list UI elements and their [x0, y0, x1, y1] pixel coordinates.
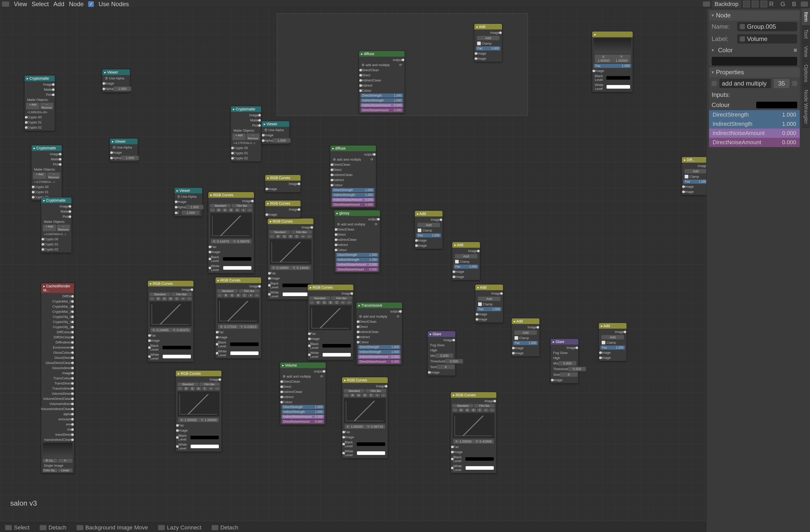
channel-alpha-icon[interactable] [761, 1, 767, 7]
slot-DirectStrength[interactable]: DirectStrength1.000 [360, 94, 403, 98]
node-render[interactable]: ▸ CachedRender M...DiffDirCryptoMat_0Cry… [41, 283, 74, 473]
node-crypt1[interactable]: ▸ CryptomatteImageMattePickMatte Objects… [25, 75, 55, 131]
node-view1[interactable]: ▸ Viewer⦿ Use AlphaImageAlpha1.000 [102, 69, 130, 93]
slot-IndirectNoiseAmount[interactable]: IndirectNoiseAmount0.000 [358, 355, 401, 359]
slot-DirectStrength[interactable]: DirectStrength1.000 [358, 345, 401, 349]
use-nodes-checkbox[interactable]: ✓ [88, 1, 94, 7]
node-diff1[interactable]: ▸ diffuseoutput⚙ add and multiply⟳Direct… [330, 145, 376, 208]
group-datablock[interactable]: ⚙ add and multiply⟳ [281, 374, 324, 379]
panel-color-header[interactable]: Color≡ [709, 45, 800, 55]
slot-IndirectStrength[interactable]: IndirectStrength1.000 [358, 350, 401, 354]
tab-tool[interactable]: Tool [802, 26, 810, 43]
node-view3[interactable]: ▸ Viewer⦿ Use AlphaImageAlpha1.000 [110, 138, 138, 162]
node-cw[interactable]: ▸ X: 1.00000Y: 1.00000Fac1.000ImageBlack… [592, 31, 633, 92]
group-datablock[interactable]: ⚙ add and multiply⟳ [358, 314, 401, 319]
menu-add[interactable]: Add [53, 1, 64, 8]
node-glare2[interactable]: ▸ GlareImageFog GlowHighMix0.000Threshol… [550, 338, 579, 383]
crypto-buttons[interactable]: + Add− Remove [232, 133, 260, 140]
slot-DirectNoiseAmount[interactable]: DirectNoiseAmount0.000 [358, 360, 401, 364]
node-trans[interactable]: ▸ Transmissiveoutput⚙ add and multiply⟳D… [356, 302, 402, 365]
node-editor-canvas[interactable]: ▸ CryptomatteImageMattePickMatte Objects… [0, 8, 706, 523]
node-view2[interactable]: ▸ Viewer⦿ Use AlphaImageAlpha1.000 [261, 121, 290, 144]
node-vol[interactable]: ▸ Volumeoutput⚙ add and multiply⟳DirectC… [280, 362, 326, 425]
slot-IndirectNoiseAmount[interactable]: IndirectNoiseAmount0.000 [281, 415, 324, 419]
node-crypt4[interactable]: ▸ CryptomatteImageMattePickMatte Objects… [41, 197, 72, 253]
node-rgbc7[interactable]: ▸ RGB CurvesImageStandardFilm like◦RGBC+… [342, 377, 388, 459]
menu-select[interactable]: Select [32, 1, 49, 8]
node-mix3[interactable]: ▸ AddImageAdd⬜ ClampFac1.000ImageImage [452, 242, 480, 280]
crypto-buttons[interactable]: + Add− Remove [33, 172, 60, 179]
slot-DirectNoiseAmount[interactable]: DirectNoiseAmount0.000 [281, 419, 324, 423]
node-rgbc5[interactable]: ▸ RGB CurvesImageStandardFilm like◦RGBC+… [308, 284, 354, 360]
node-crypt2[interactable]: ▸ CryptomatteImageMattePickMatte Objects… [231, 106, 261, 162]
group-icon[interactable] [712, 81, 717, 86]
slot-IndirectNoiseAmount[interactable]: IndirectNoiseAmount0.000 [336, 263, 378, 267]
slot-IndirectStrength[interactable]: IndirectStrength1.000 [360, 98, 403, 102]
overlays-icon[interactable] [801, 2, 808, 7]
slot-IndirectStrength[interactable]: IndirectStrength1.250 [336, 258, 378, 262]
menu-view[interactable]: View [14, 1, 27, 8]
slot-IndirectNoiseAmount[interactable]: IndirectNoiseAmount0.000 [360, 103, 403, 107]
node-rgbc4[interactable]: ▸ RGB CurvesImageStandardFilm like◦RGBC+… [268, 218, 314, 300]
colour-swatch[interactable] [756, 102, 797, 109]
label-field[interactable]: Volume [737, 34, 797, 44]
pin-icon[interactable] [703, 2, 710, 7]
node-mix2[interactable]: ▸ AddImageAdd⬜ ClampFac1.000ImageImage [415, 211, 443, 249]
node-diff0[interactable]: ▸ diffuseoutput⚙ add and multiply⟳Direct… [359, 51, 405, 114]
group-datablock[interactable]: ⚙ add and multiply⟳ [332, 157, 374, 162]
node-rgbc6[interactable]: ▸ RGB CurvesImageStandardFilm like◦RGBC+… [176, 370, 222, 452]
prop-indirectNoiseAmount[interactable]: indirectNoiseAmount0.000 [709, 129, 800, 138]
menu-node[interactable]: Node [69, 1, 83, 8]
tab-node-wrangler[interactable]: Node Wrangler [802, 86, 810, 128]
fake-user-icon[interactable] [792, 81, 797, 86]
crypto-buttons[interactable]: + Add− Remove [43, 225, 70, 231]
node-view4[interactable]: ▸ Viewer⦿ Use AlphaImageAlpha1.000Z1.000 [174, 187, 202, 216]
slot-DirectStrength[interactable]: DirectStrength1.000 [281, 405, 324, 409]
slot-DirectStrength[interactable]: DirectStrength1.000 [332, 188, 374, 192]
group-datablock[interactable]: ⚙ add and multiply⟳ [336, 222, 378, 227]
node-rgbc9[interactable]: ▸ RGB CurvesImageImage [265, 175, 301, 193]
users-count[interactable]: 35 [774, 79, 790, 88]
node-rgbc3[interactable]: ▸ RGB CurvesImageStandardFilm like◦RGBC+… [208, 192, 254, 273]
color-preset-icon[interactable]: ≡ [794, 47, 797, 54]
node-mix6[interactable]: ▸ AddImageAdd⬜ ClampFac1.000ImageImage [599, 323, 627, 361]
backdrop-toggle[interactable]: Backdrop [712, 0, 741, 8]
node-glare1[interactable]: ▸ GlareImageFog GlowHighMix0.000Threshol… [427, 331, 456, 376]
node-rgbc2[interactable]: ▸ RGB CurvesImageStandardFilm like◦RGBC+… [215, 277, 261, 359]
group-name-field[interactable]: add and multiply [719, 79, 771, 88]
node-mix7[interactable]: ▸ Diff...ImageAdd⬜ ClampFac1.000ImageIma… [682, 157, 706, 195]
tab-view[interactable]: View [802, 43, 810, 61]
prop-IndirectStrength[interactable]: IndirectStrength1.000 [709, 119, 800, 129]
name-field[interactable]: Group.005 [737, 22, 797, 31]
slot-DirectNoiseAmount[interactable]: DirectNoiseAmount0.000 [332, 203, 374, 207]
node-glossy[interactable]: ▸ glossyoutput⚙ add and multiply⟳DirectC… [334, 210, 380, 273]
slot-IndirectNoiseAmount[interactable]: IndirectNoiseAmount0.000 [332, 198, 374, 202]
panel-node-header[interactable]: Node [709, 10, 800, 20]
prop-DirectNoiseAmount[interactable]: DirectNoiseAmount0.000 [709, 138, 800, 147]
slot-DirectStrength[interactable]: DirectStrength1.500 [336, 253, 378, 257]
crypto-buttons[interactable]: + Add− Remove [26, 103, 53, 110]
node-mix4[interactable]: ▸ AddImageAdd⬜ ClampFac1.000ImageImage [475, 284, 503, 323]
color-swatch[interactable] [712, 57, 797, 66]
tab-options[interactable]: Options [802, 61, 810, 86]
node-rgbc1[interactable]: ▸ RGB CurvesImageStandardFilm like◦RGBC+… [148, 281, 194, 362]
node-mix5[interactable]: ▸ AddImageAdd⬜ ClampFac1.000ImageImage [512, 318, 540, 356]
node-crypt3[interactable]: ▸ CryptomatteImageMattePickMatte Objects… [31, 145, 62, 201]
node-mix1[interactable]: ▸ AddImageAdd⬜ ClampFac1.000ImageImage [474, 23, 502, 62]
group-datablock[interactable]: ⚙ add and multiply⟳ [360, 63, 403, 67]
slot-DirectNoiseAmount[interactable]: DirectNoiseAmount0.000 [336, 267, 378, 271]
sidebar: Item Tool View Options Node Wrangler Nod… [706, 8, 810, 532]
node-rgbc8[interactable]: ▸ RGB CurvesImageStandardFilm like◦RGBC+… [451, 392, 497, 473]
channel-rgb-label[interactable]: R G B [769, 1, 799, 8]
slot-IndirectStrength[interactable]: IndirectStrength1.000 [332, 193, 374, 197]
panel-properties-header[interactable]: Properties [709, 67, 800, 77]
tab-item[interactable]: Item [802, 8, 810, 26]
node-rgbc10[interactable]: ▸ RGB CurvesImageImage [265, 200, 301, 218]
channel-combined-icon[interactable] [743, 1, 750, 7]
prop-DirectStrength[interactable]: DirectStrength1.000 [709, 110, 800, 119]
editor-type-icon[interactable] [2, 2, 9, 7]
slot-DirectNoiseAmount[interactable]: DirectNoiseAmount0.000 [360, 108, 403, 112]
slot-IndirectStrength[interactable]: IndirectStrength1.000 [281, 410, 324, 414]
channel-color-icon[interactable] [752, 1, 759, 7]
nodes-container: ▸ CryptomatteImageMattePickMatte Objects… [0, 8, 706, 523]
